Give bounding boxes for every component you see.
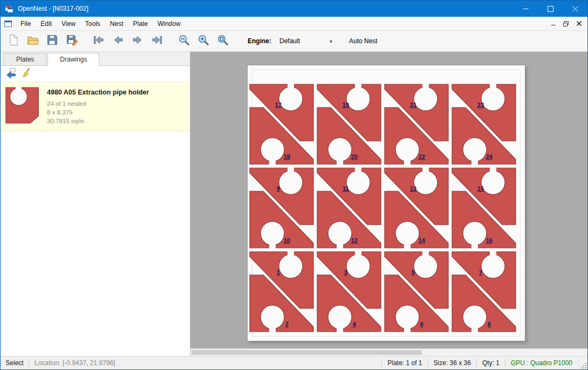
part-number-label: 11: [343, 185, 349, 192]
drawing-list-item[interactable]: 4980 A05 Extraction pipe holder 24 of 1 …: [1, 82, 190, 131]
part-number-label: 18: [284, 153, 290, 160]
maximize-button[interactable]: [538, 1, 563, 17]
drawings-panel-toolbar: [1, 66, 190, 82]
engine-select[interactable]: Default ▾: [276, 35, 336, 48]
part-number-label: 23: [477, 102, 484, 108]
go-last-icon: [151, 33, 163, 49]
menu-plate[interactable]: Plate: [128, 17, 153, 30]
tab-drawings[interactable]: Drawings: [47, 53, 99, 66]
zoom-fit-button[interactable]: [214, 32, 231, 50]
new-file-icon: [7, 33, 20, 49]
menu-nest[interactable]: Nest: [105, 17, 128, 30]
minimize-button[interactable]: [513, 1, 538, 17]
nesting-canvas[interactable]: 17 18 19 20 21 22 23: [190, 52, 587, 356]
status-plate-count: Plate: 1 of 1: [382, 359, 427, 367]
menu-edit[interactable]: Edit: [36, 17, 57, 30]
zoom-out-icon: [177, 33, 190, 49]
save-button[interactable]: [44, 32, 61, 50]
statusbar: Select Location: [-0.9437, 21.8796] Plat…: [1, 356, 587, 369]
zoom-in-icon: [197, 33, 210, 49]
zoom-in-button[interactable]: [195, 32, 212, 50]
new-file-button[interactable]: [5, 32, 22, 50]
status-gpu: GPU : Quadro P1000: [505, 359, 578, 367]
mdi-minimize-button[interactable]: [546, 18, 559, 29]
previous-plate-button[interactable]: [110, 32, 127, 50]
menu-file[interactable]: File: [16, 17, 36, 30]
menu-view[interactable]: View: [57, 17, 80, 30]
part-number-label: 7: [479, 269, 482, 275]
part-number-label: 1: [277, 269, 280, 275]
part-number-label: 2: [285, 321, 289, 327]
nested-part-pair[interactable]: 3 4: [316, 251, 382, 332]
save-edit-button[interactable]: [63, 32, 80, 50]
chevron-down-icon: ▾: [330, 38, 332, 44]
clean-button[interactable]: [20, 67, 34, 81]
part-number-label: 12: [351, 237, 358, 244]
zoom-fit-icon: [216, 33, 229, 49]
status-quantity: Qty: 1: [477, 359, 505, 367]
drawing-dimensions: 8 x 8.375: [47, 108, 149, 117]
nested-part-pair[interactable]: 7 8: [451, 251, 517, 332]
save-floppy-icon: [46, 33, 59, 49]
part-number-label: 17: [275, 102, 282, 108]
drawing-area: 30.7815 sq/in: [47, 117, 149, 125]
sidebar: Plates Drawings: [1, 52, 190, 356]
mdi-window-controls: [546, 18, 587, 29]
part-pair-shape: [249, 167, 314, 248]
menu-tools[interactable]: Tools: [80, 17, 105, 30]
next-plate-button[interactable]: [129, 32, 146, 50]
nested-part-pair[interactable]: 5 6: [384, 251, 449, 332]
status-mode: Select: [1, 359, 29, 367]
part-number-label: 21: [410, 102, 416, 108]
toolbar-separator: [168, 31, 175, 51]
close-button[interactable]: [563, 1, 587, 17]
open-folder-icon: [26, 33, 39, 49]
drawing-nested-count: 24 of 1 nested: [47, 99, 149, 108]
status-location: Location: [-0.9437, 21.8796]: [29, 359, 120, 367]
go-previous-icon: [112, 33, 125, 49]
part-pair-shape: [384, 167, 449, 248]
nested-part-pair[interactable]: 15 16: [451, 167, 517, 248]
document-window-icon: [4, 20, 12, 28]
nested-part-pair[interactable]: 23 24: [451, 84, 517, 165]
nested-part-pair[interactable]: 11 12: [316, 167, 382, 248]
nested-part-pair[interactable]: 17 18: [249, 84, 314, 165]
scrollbar-thumb[interactable]: [192, 350, 422, 355]
tab-plates[interactable]: Plates: [4, 53, 46, 65]
part-number-label: 4: [353, 321, 356, 327]
part-number-label: 20: [351, 153, 358, 160]
app-window: OpenNest - [N0317-002] File Edit View To…: [0, 0, 588, 370]
mdi-restore-button[interactable]: [559, 18, 572, 29]
first-plate-button[interactable]: [90, 32, 107, 50]
sidebar-tabstrip: Plates Drawings: [1, 52, 190, 66]
nested-part-pair[interactable]: 13 14: [384, 167, 449, 248]
part-pair-shape: [451, 84, 517, 165]
zoom-out-button[interactable]: [175, 32, 193, 50]
drawing-title: 4980 A05 Extraction pipe holder: [47, 89, 149, 96]
last-plate-button[interactable]: [148, 32, 166, 50]
part-number-label: 6: [420, 321, 423, 327]
menu-window[interactable]: Window: [153, 17, 186, 30]
part-number-label: 15: [477, 185, 484, 192]
go-next-icon: [131, 33, 144, 49]
open-file-button[interactable]: [24, 32, 42, 50]
part-pair-shape: [451, 251, 517, 332]
main-area: Plates Drawings: [1, 52, 587, 356]
nested-part-pair[interactable]: 9 10: [249, 167, 314, 248]
broom-icon: [21, 67, 33, 81]
plate-sheet: 17 18 19 20 21 22 23: [248, 65, 525, 341]
canvas-horizontal-scrollbar[interactable]: [190, 348, 587, 356]
blue-left-arrow-icon: [5, 67, 17, 81]
nested-part-pair[interactable]: 19 20: [316, 84, 382, 165]
move-to-plate-button[interactable]: [4, 67, 18, 81]
nested-part-pair[interactable]: 1 2: [249, 251, 314, 332]
resize-grip[interactable]: [578, 356, 587, 369]
part-pair-shape: [316, 84, 382, 165]
main-toolbar: Engine: Default ▾ Auto Nest: [1, 31, 587, 52]
part-number-label: 22: [419, 153, 425, 160]
engine-label: Engine:: [248, 37, 271, 45]
mdi-close-button[interactable]: [572, 18, 585, 29]
nested-part-pair[interactable]: 21 22: [384, 84, 449, 165]
part-number-label: 9: [277, 185, 280, 192]
auto-nest-button[interactable]: Auto Nest: [346, 35, 381, 47]
